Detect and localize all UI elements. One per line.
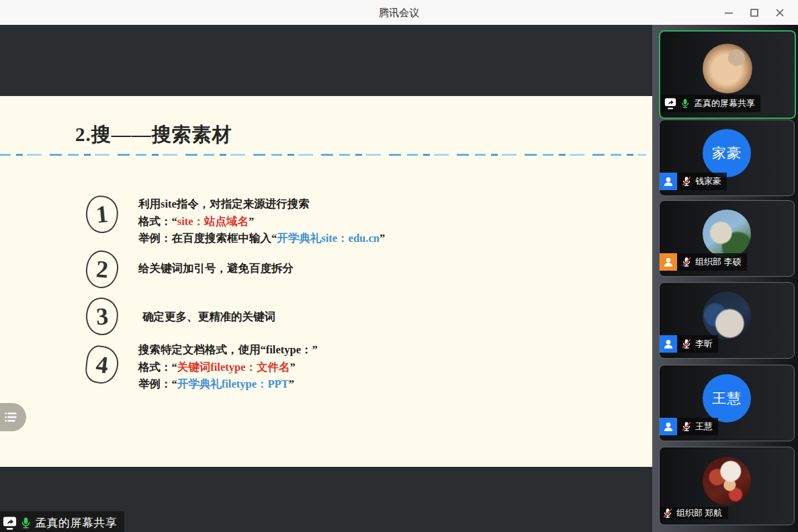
window-controls: [716, 0, 793, 25]
participant-tile-zhenghang[interactable]: 组织部 郑航: [659, 447, 795, 525]
avatar: 家豪: [703, 129, 751, 177]
slide-item-2: 2 给关键词加引号，避免百度拆分: [86, 251, 294, 288]
participant-role-badge: [660, 253, 677, 271]
mic-on-icon: [680, 98, 691, 109]
slide-item-1: 1 利用site指令，对指定来源进行搜索 格式：“site：站点域名” 举例：在…: [86, 195, 385, 247]
person-icon: [662, 175, 674, 187]
item-number-circle-1: 1: [85, 194, 120, 234]
share-banner-label: 孟真的屏幕共享: [35, 515, 118, 531]
item-number-circle-3: 3: [85, 297, 120, 336]
minimize-button[interactable]: [716, 0, 742, 25]
slide-text-line: 格式：“site：站点域名”: [138, 213, 385, 230]
list-icon: [3, 410, 18, 425]
participant-name: 钱家豪: [695, 175, 721, 187]
window-titlebar: 腾讯会议: [0, 0, 798, 25]
participant-role-badge: [660, 335, 677, 353]
person-icon: [662, 338, 674, 350]
participant-name: 孟真的屏幕共享: [694, 97, 755, 109]
participant-name: 李昕: [695, 338, 713, 350]
person-icon: [662, 256, 674, 268]
avatar: [703, 44, 752, 93]
participant-tile-mengzhen[interactable]: 孟真的屏幕共享: [659, 30, 796, 119]
item-number-circle-4: 4: [84, 345, 120, 386]
avatar: [703, 457, 751, 505]
maximize-button[interactable]: [742, 0, 767, 25]
slide-item-4: 4 搜索特定文档格式，使用“filetype：” 格式：“关键词filetype…: [86, 346, 318, 393]
avatar: [703, 210, 751, 258]
title-divider-dashed-line: [0, 154, 646, 156]
participant-role-badge: [660, 173, 677, 190]
participant-tile-wanghui[interactable]: 王慧 王慧: [659, 365, 795, 441]
item-number-circle-2: 2: [85, 249, 120, 289]
avatar: [703, 292, 751, 340]
mic-muted-icon: [681, 339, 692, 349]
participant-name: 组织部 李硕: [695, 256, 742, 268]
shared-screen-stage: 2.搜——搜索素材 1 利用site指令，对指定来源进行搜索 格式：“site：…: [0, 25, 652, 532]
slide-text-line: 举例：“开学典礼filetype：PPT”: [138, 375, 318, 393]
slide-text-line: 格式：“关键词filetype：文件名”: [138, 359, 318, 376]
slide-text-line: 确定更多、更精准的关键词: [142, 308, 275, 326]
presentation-slide: 2.搜——搜索素材 1 利用site指令，对指定来源进行搜索 格式：“site：…: [0, 96, 652, 467]
mic-muted-icon: [681, 421, 692, 432]
mic-muted-icon: [681, 176, 692, 187]
close-button[interactable]: [767, 0, 793, 25]
slide-text-line: 利用site指令，对指定来源进行搜索: [138, 195, 385, 213]
participant-name: 王慧: [695, 420, 713, 433]
mic-muted-icon: [662, 508, 673, 519]
participant-tile-qianjiahao[interactable]: 家豪 钱家豪: [659, 120, 795, 196]
slide-text-line: 举例：在百度搜索框中输入“开学典礼site：edu.cn”: [138, 230, 385, 247]
participant-tile-lixin[interactable]: 李昕: [659, 282, 795, 359]
slide-text-line: 给关键词加引号，避免百度拆分: [138, 260, 294, 277]
slide-item-3: 3 确定更多、更精准的关键词: [86, 298, 275, 335]
screen-share-icon: [664, 97, 676, 109]
participants-sidebar: 孟真的屏幕共享 家豪 钱家豪: [652, 25, 798, 532]
slide-text-line: 搜索特定文档格式，使用“filetype：”: [138, 341, 318, 359]
screen-share-banner: 孟真的屏幕共享: [0, 511, 124, 532]
avatar: 王慧: [703, 374, 751, 423]
tencent-meeting-window: 腾讯会议 2.搜——搜索素材 1 利用site指令，对指定来源进行搜索 格式：“: [0, 0, 798, 532]
mic-on-icon: [19, 517, 32, 529]
screen-share-icon: [3, 516, 17, 530]
participant-tile-lishuo[interactable]: 组织部 李硕: [659, 200, 795, 277]
window-title: 腾讯会议: [0, 0, 798, 25]
person-icon: [662, 420, 674, 433]
participant-role-badge: [660, 418, 677, 435]
mic-muted-icon: [681, 257, 692, 267]
slide-title: 2.搜——搜索素材: [75, 122, 232, 148]
participant-name: 组织部 郑航: [676, 507, 723, 519]
